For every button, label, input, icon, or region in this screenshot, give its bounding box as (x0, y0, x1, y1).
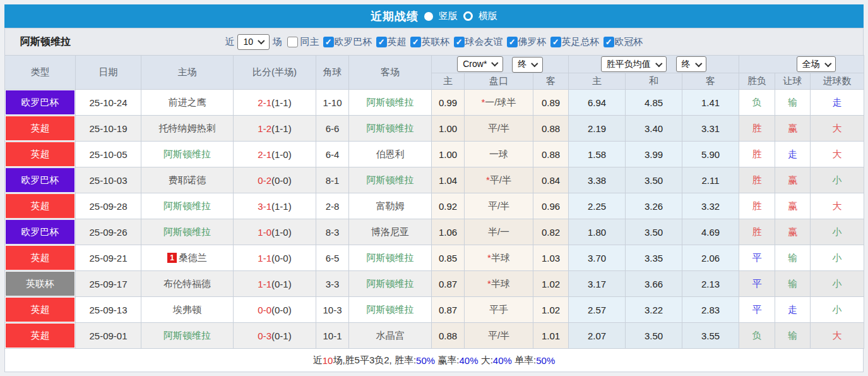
wdl-away-odds: 4.69 (682, 219, 739, 245)
handicap-line-cell: 一球 (465, 142, 533, 167)
titlebar: 近期战绩 竖版 横版 (4, 4, 864, 28)
home-team-cell: 阿斯顿维拉 (141, 142, 234, 167)
handicap-home-odds: 0.85 (432, 245, 465, 271)
handicap-line-cell: *半球 (465, 245, 533, 271)
half-time-score: (0-0) (271, 253, 292, 264)
corners-cell: 2-8 (316, 193, 349, 219)
competition-checkbox-3[interactable]: ✓ (454, 37, 465, 47)
recent-count-value: 10 (243, 37, 253, 47)
goals-result: 小 (811, 167, 864, 193)
wdl-away-odds: 1.41 (682, 90, 739, 116)
away-team-cell: 阿斯顿维拉 (349, 116, 432, 142)
competition-checkbox-5[interactable]: ✓ (550, 37, 561, 47)
score-cell: 3-1(1-1) (234, 193, 316, 219)
match-date: 25-09-13 (76, 297, 141, 323)
away-team-name: 富勒姆 (376, 200, 405, 211)
radio-horizontal-label[interactable]: 横版 (479, 10, 497, 22)
col-header-away: 客场 (349, 56, 432, 90)
wdl-average-select[interactable]: 胜平负均值 (601, 56, 667, 72)
home-team-name: 阿斯顿维拉 (163, 149, 211, 159)
wdl-away-odds: 5.90 (682, 142, 739, 167)
full-time-score: 3-1 (258, 201, 271, 212)
away-team-cell: 阿斯顿维拉 (349, 271, 432, 297)
radio-vertical-selected-icon[interactable] (424, 12, 433, 21)
goals-result: 走 (811, 90, 864, 116)
type-cell: 英超 (5, 245, 76, 271)
radio-vertical-label[interactable]: 竖版 (439, 10, 458, 22)
chevron-down-icon (492, 59, 499, 66)
type-cell: 英超 (5, 323, 76, 349)
competition-checkbox-6[interactable]: ✓ (603, 37, 614, 47)
away-team-name: 水晶宫 (376, 330, 405, 341)
handicap-home-odds: 0.87 (432, 297, 465, 323)
team-name: 阿斯顿维拉 (20, 35, 71, 49)
filter-bar: 阿斯顿维拉 近 10 场 同主 ✓欧罗巴杯✓英超✓英联杯✓球会友谊✓佛罗杯✓英足… (4, 28, 864, 55)
summary-segment-8: 单率: (512, 355, 536, 367)
handicap-result: 赢 (775, 167, 811, 193)
corners-cell: 8-3 (316, 219, 349, 245)
score-cell: 2-1(1-1) (234, 90, 316, 116)
handicap-away-odds: 0.84 (533, 167, 569, 193)
half-time-score: (0-0) (271, 305, 292, 315)
home-team-cell: 布伦特福德 (141, 271, 234, 297)
competition-checkbox-4[interactable]: ✓ (507, 37, 518, 47)
wdl-draw-odds: 3.35 (626, 245, 682, 271)
home-team-name: 阿斯顿维拉 (163, 200, 211, 211)
handicap-home-odds: 1.06 (432, 219, 465, 245)
handicap-line: 平/半 (488, 123, 509, 133)
half-time-score: (0-1) (271, 331, 292, 341)
half-time-score: (1-0) (271, 149, 292, 160)
competition-label-6: 欧冠杯 (615, 36, 643, 47)
match-date: 25-09-21 (76, 245, 141, 271)
sub-header-wdl-away: 客 (682, 73, 739, 90)
home-team-name: 桑德兰 (179, 252, 207, 263)
goals-result: 大 (811, 116, 864, 142)
wdl-away-odds: 3.31 (682, 116, 739, 142)
summary-line: 近10场,胜5平3负2, 胜率:50% 赢率:40% 大:40% 单率:50% (4, 349, 864, 372)
competition-checkbox-2[interactable]: ✓ (410, 37, 421, 47)
same-home-label: 同主 (300, 36, 319, 48)
competition-type-badge: 英超 (6, 298, 74, 322)
match-date: 25-09-26 (76, 219, 141, 245)
away-team-name: 伯恩利 (376, 149, 405, 159)
handicap-line-cell: *一/球半 (465, 90, 533, 116)
competition-type-badge: 欧罗巴杯 (6, 220, 74, 244)
table-row: 欧罗巴杯25-10-03费耶诺德0-2(0-0)8-1阿斯顿维拉1.04*平/半… (5, 167, 864, 193)
recent-count-select[interactable]: 10 (237, 34, 269, 50)
half-time-score: (1-1) (271, 201, 292, 212)
match-date: 25-09-01 (76, 323, 141, 349)
competition-type-badge: 英超 (6, 194, 74, 218)
handicap-home-odds: 1.00 (432, 116, 465, 142)
wdl-home-odds: 3.70 (569, 245, 626, 271)
panel-title: 近期战绩 (371, 9, 419, 24)
summary-segment-7: 40% (493, 355, 512, 366)
odds-time-select-1[interactable]: 终 (512, 57, 543, 73)
home-team-cell: 托特纳姆热刺 (141, 116, 234, 142)
match-result: 胜 (739, 167, 775, 193)
same-home-checkbox[interactable] (287, 37, 298, 47)
competition-type-badge: 英超 (6, 116, 74, 140)
handicap-result: 赢 (775, 219, 811, 245)
competition-checkbox-0[interactable]: ✓ (323, 37, 334, 47)
competition-filters: ✓欧罗巴杯✓英超✓英联杯✓球会友谊✓佛罗杯✓英足总杯✓欧冠杯 (319, 36, 643, 48)
type-cell: 英超 (5, 297, 76, 323)
wdl-home-odds: 3.38 (569, 167, 626, 193)
odds-company-select[interactable]: Crow* (457, 56, 503, 72)
handicap-line-cell: *平/半 (465, 167, 533, 193)
away-team-cell: 阿斯顿维拉 (349, 90, 432, 116)
scope-select[interactable]: 全场 (797, 56, 836, 72)
handicap-away-odds: 0.89 (533, 90, 569, 116)
competition-label-3: 球会友谊 (465, 36, 503, 47)
odds-time-select-2[interactable]: 终 (676, 56, 707, 72)
match-date: 25-10-24 (76, 90, 141, 116)
handicap-away-odds: 0.88 (533, 116, 569, 142)
radio-horizontal-icon[interactable] (463, 11, 473, 21)
competition-label-5: 英足总杯 (562, 36, 600, 47)
wdl-away-odds: 2.83 (682, 297, 739, 323)
goals-result: 小 (811, 245, 864, 271)
competition-checkbox-1[interactable]: ✓ (376, 37, 387, 47)
corners-cell: 1-10 (316, 90, 349, 116)
handicap-result: 输 (775, 90, 811, 116)
competition-label-1: 英超 (388, 36, 407, 47)
odds-group-header: Crow* 终 (432, 56, 569, 73)
